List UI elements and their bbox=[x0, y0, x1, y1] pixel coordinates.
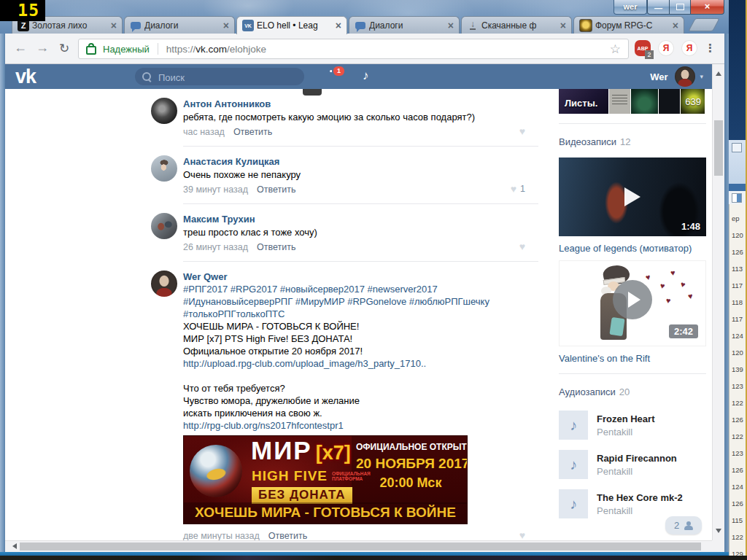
forward-button[interactable]: → bbox=[36, 40, 49, 55]
scroll-left-arrow[interactable] bbox=[9, 543, 17, 549]
audio-artist: Pentakill bbox=[597, 466, 677, 477]
album-thumbnail[interactable] bbox=[659, 89, 680, 114]
video-thumbnail-1[interactable]: 1:48 bbox=[559, 158, 706, 236]
vk-logo[interactable]: vk bbox=[15, 64, 36, 89]
browser-toolbar: ← → ↻ Надежный https://vk.com/elohjoke ☆… bbox=[5, 34, 724, 64]
tab-downloads[interactable]: ↓ Скачанные ф × bbox=[461, 16, 572, 34]
tab-close-icon[interactable]: × bbox=[336, 20, 341, 31]
comment-author-link[interactable]: Wer Qwer bbox=[183, 271, 549, 283]
hashtags-line[interactable]: #ИдунановыйсерверРПГ #МируМИР #RPGonelov… bbox=[183, 295, 549, 308]
horizontal-scrollbar-thumb[interactable] bbox=[20, 542, 701, 551]
heart-icon: ♥ bbox=[659, 281, 666, 291]
post-banner-image[interactable]: МИР[x7] HIGH FIVEОФИЦИАЛЬНАЯПЛАТФОРМА БЕ… bbox=[183, 435, 468, 524]
back-button[interactable]: ← bbox=[14, 40, 27, 55]
maximize-button[interactable] bbox=[670, 0, 691, 15]
heart-icon: ♥ bbox=[670, 268, 676, 278]
music-icon[interactable]: ♪ bbox=[363, 69, 369, 83]
chevron-down-icon: ▾ bbox=[700, 73, 703, 80]
video-title-link[interactable]: Valentine's on the Rift bbox=[559, 353, 706, 364]
tab-dialogs-2[interactable]: Диалоги × bbox=[349, 16, 460, 34]
tab-rpg-forum[interactable]: Форум RPG-C × bbox=[573, 16, 684, 34]
comment-body: Анастасия Кулицкая Очень похоже не пепак… bbox=[183, 155, 549, 196]
secure-lock-icon[interactable] bbox=[86, 46, 96, 55]
url-text[interactable]: https://vk.com/elohjoke bbox=[166, 44, 266, 55]
photo-albums-strip[interactable]: Листы. 639 bbox=[559, 89, 706, 114]
reply-link[interactable]: Ответить bbox=[257, 242, 295, 252]
videos-count: 12 bbox=[620, 136, 630, 147]
tab-title: Диалоги bbox=[369, 20, 445, 31]
reply-link[interactable]: Ответить bbox=[233, 127, 272, 137]
user-menu[interactable]: Wer ▾ bbox=[650, 66, 703, 88]
audios-section-header[interactable]: Аудиозаписи20 bbox=[559, 386, 706, 397]
post-text-line: Что от тебя требуется? bbox=[183, 382, 549, 394]
tab-dialogs-1[interactable]: Диалоги × bbox=[124, 16, 235, 34]
album-thumbnail[interactable] bbox=[631, 89, 658, 114]
like-button[interactable]: ♥ bbox=[519, 125, 525, 137]
secure-label[interactable]: Надежный bbox=[103, 44, 150, 55]
video-duration: 1:48 bbox=[681, 221, 700, 232]
yandex-extension-icon-2[interactable]: Я bbox=[681, 40, 697, 56]
audio-item[interactable]: ♪ The Hex Core mk-2Pentakill bbox=[559, 489, 706, 518]
like-button[interactable]: ♥1 bbox=[511, 183, 525, 195]
reload-button[interactable]: ↻ bbox=[59, 41, 69, 56]
chat-bubble-icon bbox=[130, 20, 142, 31]
avatar[interactable] bbox=[151, 98, 177, 124]
avatar[interactable] bbox=[151, 213, 177, 239]
avatar[interactable] bbox=[151, 155, 177, 182]
tab-close-icon[interactable]: × bbox=[560, 20, 566, 31]
vertical-scrollbar[interactable] bbox=[712, 64, 724, 540]
online-count: 2 bbox=[674, 520, 679, 531]
post-link[interactable]: http://upload.rpg-club.com/upload_image/… bbox=[183, 357, 549, 370]
close-button[interactable]: × bbox=[691, 0, 724, 15]
right-sidebar: Листы. 639 Видеозаписи12 1:48 League of … bbox=[559, 89, 706, 518]
comment-author-link[interactable]: Анастасия Кулицкая bbox=[183, 155, 549, 168]
tab-close-icon[interactable]: × bbox=[223, 20, 229, 31]
audio-title: Rapid Firecannon bbox=[597, 453, 677, 464]
video-title-link[interactable]: League of legends (мотиватор) bbox=[559, 243, 706, 254]
adblock-icon[interactable]: ABP2 bbox=[635, 40, 651, 56]
bookmark-star-icon[interactable]: ☆ bbox=[610, 42, 621, 57]
chrome-profile-button[interactable]: wer bbox=[614, 0, 647, 15]
url-host: vk.com bbox=[196, 44, 227, 55]
reply-link[interactable]: Ответить bbox=[257, 184, 295, 195]
scroll-up-arrow[interactable] bbox=[716, 69, 721, 76]
search-input[interactable] bbox=[157, 68, 298, 87]
browser-menu-icon[interactable]: ⋮ bbox=[705, 42, 716, 55]
tab-close-icon[interactable]: × bbox=[673, 20, 678, 31]
online-members-badge[interactable]: 2 bbox=[665, 516, 702, 534]
like-button[interactable]: ♥ bbox=[519, 529, 525, 540]
tab-elo-hell-active[interactable]: VK ELO hell • Leag × bbox=[236, 16, 347, 34]
new-tab-button[interactable] bbox=[688, 18, 720, 31]
album-thumbnail[interactable] bbox=[609, 89, 630, 114]
window-titlebar[interactable]: wer — × Z Золотая лихо × Диалоги × VK EL… bbox=[0, 0, 729, 34]
tab-close-icon[interactable]: × bbox=[448, 20, 454, 31]
search-box[interactable] bbox=[135, 68, 304, 85]
avatar[interactable] bbox=[151, 271, 177, 297]
audio-item[interactable]: ♪ Rapid FirecannonPentakill bbox=[559, 450, 706, 479]
reply-link[interactable]: Ответить bbox=[268, 531, 307, 540]
audio-item[interactable]: ♪ Frozen HeartPentakill bbox=[559, 411, 706, 440]
video-thumbnail-2[interactable]: ♥ ♥ ♥ ♥ ♥ ♥ 2:42 bbox=[559, 260, 706, 346]
like-button[interactable]: ♥ bbox=[519, 241, 525, 252]
vertical-scrollbar-thumb[interactable] bbox=[714, 120, 723, 176]
horizontal-scrollbar[interactable] bbox=[5, 540, 712, 552]
comment-author-link[interactable]: Антон Антонников bbox=[183, 98, 549, 110]
heart-icon: ♥ bbox=[687, 292, 694, 301]
address-bar[interactable]: Надежный https://vk.com/elohjoke ☆ bbox=[78, 39, 629, 59]
comment-time: 26 минут назад bbox=[183, 242, 248, 252]
hashtags-line[interactable]: #толькоРПГтолькоПТС bbox=[183, 308, 549, 320]
heart-icon: ♥ bbox=[519, 529, 525, 540]
tab-close-icon[interactable]: × bbox=[111, 20, 117, 31]
hashtags-line[interactable]: #РПГ2017 #RPG2017 #новыйсервер2017 #news… bbox=[183, 283, 549, 295]
scroll-down-arrow[interactable] bbox=[716, 529, 721, 536]
search-icon bbox=[142, 72, 151, 81]
post-text-line: ХОЧЕШЬ МИРА - ГОТОВЬСЯ К ВОЙНЕ! bbox=[183, 320, 549, 332]
notifications-button[interactable]: 1 bbox=[326, 70, 339, 83]
videos-section-header[interactable]: Видеозаписи12 bbox=[559, 136, 706, 147]
minimize-button[interactable]: — bbox=[647, 0, 670, 15]
download-icon: ↓ bbox=[467, 20, 479, 31]
yandex-extension-icon-1[interactable]: Я bbox=[658, 40, 674, 56]
background-window-sliver[interactable]: ep 120 126 113 117 118 117 124 120 139 1… bbox=[729, 0, 747, 556]
comment-author-link[interactable]: Максим Трухин bbox=[183, 213, 549, 225]
post-link[interactable]: http://rpg-club.org/ns2017hfcontestpr1 bbox=[183, 419, 549, 432]
